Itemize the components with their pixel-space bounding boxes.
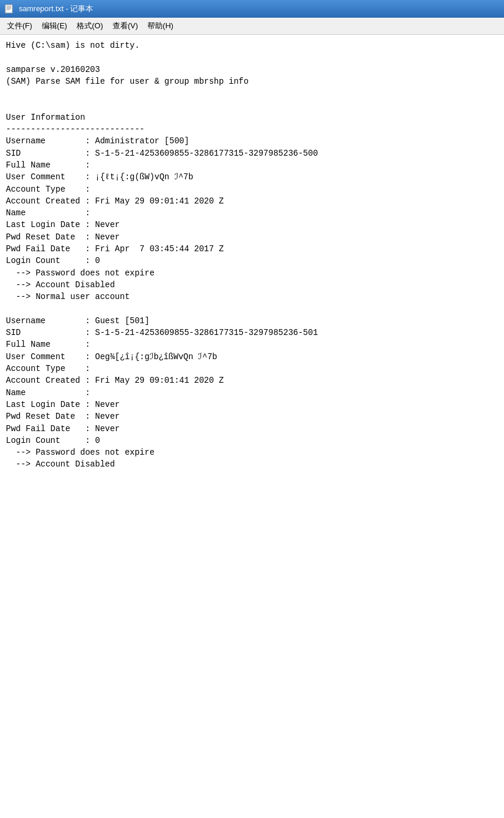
menu-bar: 文件(F) 编辑(E) 格式(O) 查看(V) 帮助(H) (0, 18, 504, 35)
title-bar: samreport.txt - 记事本 (0, 0, 504, 18)
svg-rect-3 (6, 8, 11, 9)
menu-view[interactable]: 查看(V) (109, 19, 141, 32)
menu-file[interactable]: 文件(F) (4, 19, 36, 32)
menu-format[interactable]: 格式(O) (73, 19, 107, 32)
menu-help[interactable]: 帮助(H) (144, 19, 177, 32)
svg-rect-2 (6, 7, 11, 8)
notepad-icon (5, 4, 14, 14)
menu-edit[interactable]: 编辑(E) (38, 19, 71, 32)
title-bar-text: samreport.txt - 记事本 (19, 4, 93, 14)
svg-rect-1 (6, 6, 11, 6)
svg-rect-4 (6, 9, 10, 10)
content-area[interactable]: Hive (C:\sam) is not dirty. samparse v.2… (0, 35, 504, 818)
